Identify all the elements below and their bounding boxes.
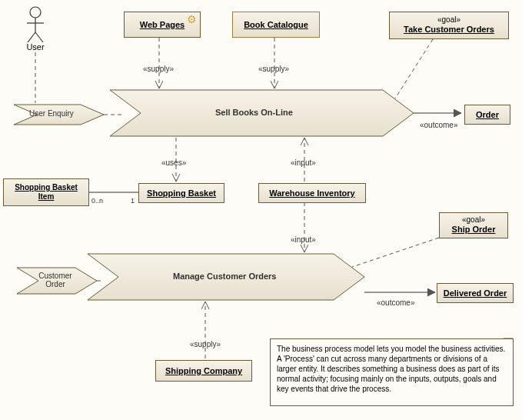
node-goal-ship-order[interactable]: «goal» Ship Order — [439, 212, 508, 238]
event-customer-order-label: Customer Order — [35, 272, 76, 288]
node-book-catalogue[interactable]: Book Catalogue — [232, 12, 320, 38]
book-catalogue-label: Book Catalogue — [244, 20, 308, 29]
shopping-basket-label: Shopping Basket — [147, 188, 216, 198]
svg-line-12 — [352, 238, 439, 267]
goal-label-1: Take Customer Orders — [404, 25, 494, 35]
component-icon: ⚙ — [187, 13, 197, 25]
svg-line-8 — [395, 39, 433, 98]
node-goal-take-customer-orders[interactable]: «goal» Take Customer Orders — [389, 12, 509, 39]
mult-zero-n: 0..n — [91, 197, 103, 205]
node-warehouse-inventory[interactable]: Warehouse Inventory — [258, 183, 366, 203]
web-pages-label: Web Pages — [140, 20, 185, 29]
note-box: The business process model lets you mode… — [270, 338, 514, 406]
warehouse-inventory-label: Warehouse Inventory — [269, 188, 354, 198]
label-supply-1: «supply» — [143, 65, 174, 73]
label-uses: «uses» — [161, 158, 186, 167]
svg-line-4 — [35, 32, 43, 42]
actor-label: User — [23, 42, 48, 52]
goal-label-2: Ship Order — [452, 225, 496, 235]
process-sell-books-label: Sell Books On-Line — [215, 108, 293, 117]
node-delivered-order[interactable]: Delivered Order — [437, 283, 514, 303]
goal-stereo-1: «goal» — [437, 15, 460, 25]
note-text: The business process model lets you mode… — [277, 344, 507, 394]
node-shopping-basket-item[interactable]: Shopping Basket Item — [3, 178, 89, 206]
node-shopping-basket[interactable]: Shopping Basket — [138, 183, 224, 203]
label-outcome-1: «outcome» — [420, 121, 457, 129]
label-outcome-2: «outcome» — [377, 298, 414, 307]
delivered-order-label: Delivered Order — [444, 288, 507, 298]
svg-point-0 — [30, 7, 41, 18]
order-label: Order — [476, 110, 499, 119]
actor-user — [27, 7, 44, 42]
shopping-basket-item-label: Shopping Basket Item — [7, 183, 85, 202]
event-user-enquiry-label: User Enquiry — [29, 109, 74, 118]
svg-line-3 — [28, 32, 35, 42]
goal-stereo-2: «goal» — [462, 215, 485, 225]
shipping-company-label: Shipping Company — [165, 366, 242, 375]
label-input-2: «input» — [291, 235, 316, 244]
label-supply-2: «supply» — [258, 65, 289, 73]
label-supply-3: «supply» — [190, 340, 221, 348]
process-manage-orders-label: Manage Customer Orders — [173, 272, 276, 281]
node-order[interactable]: Order — [464, 105, 510, 125]
mult-one: 1 — [131, 197, 135, 205]
node-shipping-company[interactable]: Shipping Company — [155, 360, 252, 382]
label-input-1: «input» — [291, 158, 316, 167]
